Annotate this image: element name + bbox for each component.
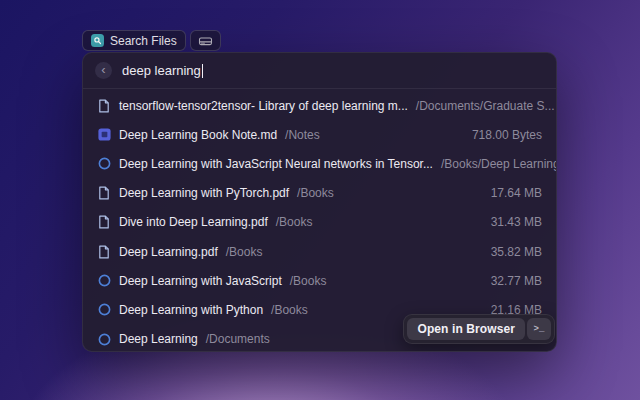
text-caret (202, 64, 204, 78)
file-path: /Documents (206, 332, 270, 346)
file-size: 17.64 MB (491, 186, 542, 200)
file-name: Deep Learning with Python (119, 303, 263, 317)
action-tooltip: Open in Browser >_ (403, 314, 555, 344)
search-files-panel: ‹ deep learning tensorflow-tensor2tensor… (82, 52, 557, 352)
file-path: /Books (226, 245, 263, 259)
search-files-extension-icon (91, 34, 104, 47)
file-path: /Notes (285, 128, 320, 142)
file-name: Deep Learning with PyTorch.pdf (119, 186, 289, 200)
file-path: /Books (276, 215, 313, 229)
file-size: 718.00 Bytes (472, 128, 542, 142)
file-name: tensorflow-tensor2tensor- Library of dee… (119, 99, 408, 113)
file-path: /Books (290, 274, 327, 288)
file-result-row[interactable]: Deep Learning with PyTorch.pdf /Books 17… (83, 179, 556, 208)
file-name: Deep Learning with JavaScript (119, 274, 282, 288)
device-filter-chip[interactable] (190, 30, 221, 51)
file-document-icon (97, 215, 111, 229)
results-list: tensorflow-tensor2tensor- Library of dee… (83, 89, 556, 352)
file-size: 35.82 MB (491, 245, 542, 259)
file-path: /Books (271, 303, 308, 317)
search-files-chip-label: Search Files (110, 34, 177, 48)
search-input[interactable]: deep learning (122, 63, 203, 78)
file-path: /Books/Deep Learning wi... (441, 157, 556, 171)
markdown-note-icon (97, 128, 111, 142)
file-result-row[interactable]: tensorflow-tensor2tensor- Library of dee… (83, 91, 556, 120)
file-result-row[interactable]: Deep Learning with JavaScript Neural net… (83, 149, 556, 178)
file-result-row[interactable]: Deep Learning Book Note.md /Notes 718.00… (83, 120, 556, 149)
file-result-row[interactable]: Deep Learning with JavaScript /Books 32.… (83, 266, 556, 295)
circle-outline-icon (97, 332, 111, 346)
file-name: Deep Learning (119, 332, 198, 346)
file-document-icon (97, 186, 111, 200)
circle-outline-icon (97, 274, 111, 288)
file-name: Deep Learning.pdf (119, 245, 218, 259)
file-path: /Books (297, 186, 334, 200)
file-name: Deep Learning with JavaScript Neural net… (119, 157, 433, 171)
chevron-left-icon: ‹ (101, 63, 105, 76)
file-size: 31.43 MB (491, 215, 542, 229)
search-input-value: deep learning (122, 63, 201, 78)
open-in-browser-button[interactable]: Open in Browser (407, 318, 525, 340)
search-files-chip[interactable]: Search Files (82, 30, 186, 51)
file-path: /Documents/Graduate S... (416, 99, 555, 113)
file-name: Deep Learning Book Note.md (119, 128, 277, 142)
file-document-icon (97, 245, 111, 259)
file-size: 32.77 MB (491, 274, 542, 288)
file-result-row[interactable]: Dive into Deep Learning.pdf /Books 31.43… (83, 208, 556, 237)
circle-outline-icon (97, 303, 111, 317)
circle-outline-icon (97, 157, 111, 171)
window-header: Search Files (82, 30, 221, 51)
file-document-icon (97, 99, 111, 113)
search-bar: ‹ deep learning (83, 53, 556, 88)
file-name: Dive into Deep Learning.pdf (119, 215, 268, 229)
file-result-row[interactable]: Deep Learning.pdf /Books 35.82 MB (83, 237, 556, 266)
hard-drive-icon (198, 35, 213, 47)
back-button[interactable]: ‹ (95, 62, 112, 79)
terminal-prompt-icon[interactable]: >_ (527, 318, 551, 340)
